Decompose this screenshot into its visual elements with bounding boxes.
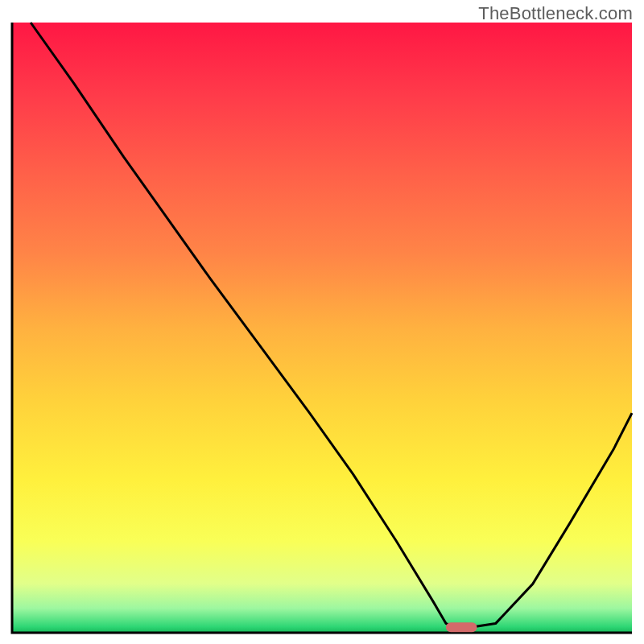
bottleneck-chart (0, 0, 644, 644)
gradient-background (12, 23, 632, 633)
chart-container: TheBottleneck.com (0, 0, 644, 644)
sweet-spot-marker (446, 622, 477, 632)
